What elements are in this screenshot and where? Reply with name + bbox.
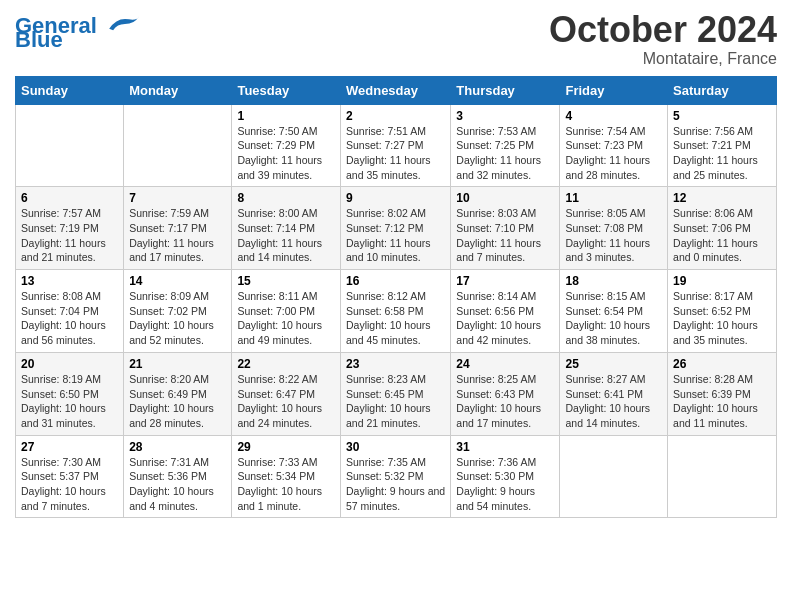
- logo-blue: Blue: [15, 29, 63, 51]
- header-sunday: Sunday: [16, 76, 124, 104]
- calendar-cell: 20 Sunrise: 8:19 AMSunset: 6:50 PMDaylig…: [16, 352, 124, 435]
- day-info: Sunrise: 8:11 AMSunset: 7:00 PMDaylight:…: [237, 290, 322, 346]
- calendar-cell: 15 Sunrise: 8:11 AMSunset: 7:00 PMDaylig…: [232, 270, 341, 353]
- calendar-cell: [560, 435, 668, 518]
- calendar-cell: 27 Sunrise: 7:30 AMSunset: 5:37 PMDaylig…: [16, 435, 124, 518]
- calendar-cell: 19 Sunrise: 8:17 AMSunset: 6:52 PMDaylig…: [668, 270, 777, 353]
- day-info: Sunrise: 7:51 AMSunset: 7:27 PMDaylight:…: [346, 125, 431, 181]
- day-number: 1: [237, 109, 335, 123]
- day-number: 31: [456, 440, 554, 454]
- header-wednesday: Wednesday: [340, 76, 450, 104]
- day-info: Sunrise: 7:53 AMSunset: 7:25 PMDaylight:…: [456, 125, 541, 181]
- day-info: Sunrise: 8:09 AMSunset: 7:02 PMDaylight:…: [129, 290, 214, 346]
- day-info: Sunrise: 8:22 AMSunset: 6:47 PMDaylight:…: [237, 373, 322, 429]
- calendar-cell: [124, 104, 232, 187]
- calendar-cell: 2 Sunrise: 7:51 AMSunset: 7:27 PMDayligh…: [340, 104, 450, 187]
- calendar-cell: 8 Sunrise: 8:00 AMSunset: 7:14 PMDayligh…: [232, 187, 341, 270]
- subtitle: Montataire, France: [549, 50, 777, 68]
- day-number: 27: [21, 440, 118, 454]
- calendar-cell: 11 Sunrise: 8:05 AMSunset: 7:08 PMDaylig…: [560, 187, 668, 270]
- week-row-3: 13 Sunrise: 8:08 AMSunset: 7:04 PMDaylig…: [16, 270, 777, 353]
- calendar-cell: 18 Sunrise: 8:15 AMSunset: 6:54 PMDaylig…: [560, 270, 668, 353]
- day-info: Sunrise: 7:30 AMSunset: 5:37 PMDaylight:…: [21, 456, 106, 512]
- day-number: 6: [21, 191, 118, 205]
- day-info: Sunrise: 7:59 AMSunset: 7:17 PMDaylight:…: [129, 207, 214, 263]
- day-number: 9: [346, 191, 445, 205]
- day-info: Sunrise: 7:31 AMSunset: 5:36 PMDaylight:…: [129, 456, 214, 512]
- day-info: Sunrise: 7:54 AMSunset: 7:23 PMDaylight:…: [565, 125, 650, 181]
- day-info: Sunrise: 8:05 AMSunset: 7:08 PMDaylight:…: [565, 207, 650, 263]
- day-number: 28: [129, 440, 226, 454]
- calendar-cell: 4 Sunrise: 7:54 AMSunset: 7:23 PMDayligh…: [560, 104, 668, 187]
- logo-bird-icon: [101, 13, 141, 35]
- week-row-2: 6 Sunrise: 7:57 AMSunset: 7:19 PMDayligh…: [16, 187, 777, 270]
- calendar-cell: 6 Sunrise: 7:57 AMSunset: 7:19 PMDayligh…: [16, 187, 124, 270]
- day-info: Sunrise: 8:14 AMSunset: 6:56 PMDaylight:…: [456, 290, 541, 346]
- week-row-5: 27 Sunrise: 7:30 AMSunset: 5:37 PMDaylig…: [16, 435, 777, 518]
- day-number: 20: [21, 357, 118, 371]
- day-info: Sunrise: 8:20 AMSunset: 6:49 PMDaylight:…: [129, 373, 214, 429]
- day-number: 4: [565, 109, 662, 123]
- day-number: 23: [346, 357, 445, 371]
- day-number: 24: [456, 357, 554, 371]
- calendar-cell: 7 Sunrise: 7:59 AMSunset: 7:17 PMDayligh…: [124, 187, 232, 270]
- day-number: 3: [456, 109, 554, 123]
- calendar-cell: [668, 435, 777, 518]
- day-info: Sunrise: 8:06 AMSunset: 7:06 PMDaylight:…: [673, 207, 758, 263]
- calendar-cell: 1 Sunrise: 7:50 AMSunset: 7:29 PMDayligh…: [232, 104, 341, 187]
- calendar-cell: 9 Sunrise: 8:02 AMSunset: 7:12 PMDayligh…: [340, 187, 450, 270]
- day-number: 18: [565, 274, 662, 288]
- day-info: Sunrise: 7:33 AMSunset: 5:34 PMDaylight:…: [237, 456, 322, 512]
- calendar-cell: 29 Sunrise: 7:33 AMSunset: 5:34 PMDaylig…: [232, 435, 341, 518]
- day-number: 21: [129, 357, 226, 371]
- calendar-cell: 22 Sunrise: 8:22 AMSunset: 6:47 PMDaylig…: [232, 352, 341, 435]
- day-info: Sunrise: 7:56 AMSunset: 7:21 PMDaylight:…: [673, 125, 758, 181]
- header-saturday: Saturday: [668, 76, 777, 104]
- page-header: General Blue October 2024 Montataire, Fr…: [15, 10, 777, 68]
- day-number: 10: [456, 191, 554, 205]
- week-row-4: 20 Sunrise: 8:19 AMSunset: 6:50 PMDaylig…: [16, 352, 777, 435]
- day-info: Sunrise: 8:25 AMSunset: 6:43 PMDaylight:…: [456, 373, 541, 429]
- day-number: 11: [565, 191, 662, 205]
- title-area: October 2024 Montataire, France: [549, 10, 777, 68]
- day-info: Sunrise: 8:00 AMSunset: 7:14 PMDaylight:…: [237, 207, 322, 263]
- calendar-cell: 21 Sunrise: 8:20 AMSunset: 6:49 PMDaylig…: [124, 352, 232, 435]
- day-number: 12: [673, 191, 771, 205]
- day-number: 5: [673, 109, 771, 123]
- logo: General Blue: [15, 10, 141, 51]
- calendar-cell: 16 Sunrise: 8:12 AMSunset: 6:58 PMDaylig…: [340, 270, 450, 353]
- day-info: Sunrise: 8:15 AMSunset: 6:54 PMDaylight:…: [565, 290, 650, 346]
- day-info: Sunrise: 8:03 AMSunset: 7:10 PMDaylight:…: [456, 207, 541, 263]
- calendar-cell: 13 Sunrise: 8:08 AMSunset: 7:04 PMDaylig…: [16, 270, 124, 353]
- calendar-cell: 25 Sunrise: 8:27 AMSunset: 6:41 PMDaylig…: [560, 352, 668, 435]
- header-thursday: Thursday: [451, 76, 560, 104]
- day-info: Sunrise: 8:27 AMSunset: 6:41 PMDaylight:…: [565, 373, 650, 429]
- calendar-header-row: Sunday Monday Tuesday Wednesday Thursday…: [16, 76, 777, 104]
- week-row-1: 1 Sunrise: 7:50 AMSunset: 7:29 PMDayligh…: [16, 104, 777, 187]
- calendar-cell: 23 Sunrise: 8:23 AMSunset: 6:45 PMDaylig…: [340, 352, 450, 435]
- header-monday: Monday: [124, 76, 232, 104]
- day-info: Sunrise: 7:36 AMSunset: 5:30 PMDaylight:…: [456, 456, 536, 512]
- day-number: 8: [237, 191, 335, 205]
- calendar-cell: 10 Sunrise: 8:03 AMSunset: 7:10 PMDaylig…: [451, 187, 560, 270]
- day-number: 26: [673, 357, 771, 371]
- day-info: Sunrise: 8:02 AMSunset: 7:12 PMDaylight:…: [346, 207, 431, 263]
- day-number: 17: [456, 274, 554, 288]
- day-number: 30: [346, 440, 445, 454]
- calendar-cell: 30 Sunrise: 7:35 AMSunset: 5:32 PMDaylig…: [340, 435, 450, 518]
- calendar-cell: 5 Sunrise: 7:56 AMSunset: 7:21 PMDayligh…: [668, 104, 777, 187]
- day-info: Sunrise: 8:19 AMSunset: 6:50 PMDaylight:…: [21, 373, 106, 429]
- day-number: 22: [237, 357, 335, 371]
- calendar-cell: 28 Sunrise: 7:31 AMSunset: 5:36 PMDaylig…: [124, 435, 232, 518]
- calendar-cell: 14 Sunrise: 8:09 AMSunset: 7:02 PMDaylig…: [124, 270, 232, 353]
- calendar-cell: 12 Sunrise: 8:06 AMSunset: 7:06 PMDaylig…: [668, 187, 777, 270]
- header-tuesday: Tuesday: [232, 76, 341, 104]
- day-info: Sunrise: 8:23 AMSunset: 6:45 PMDaylight:…: [346, 373, 431, 429]
- day-info: Sunrise: 7:57 AMSunset: 7:19 PMDaylight:…: [21, 207, 106, 263]
- header-friday: Friday: [560, 76, 668, 104]
- day-info: Sunrise: 8:12 AMSunset: 6:58 PMDaylight:…: [346, 290, 431, 346]
- day-number: 25: [565, 357, 662, 371]
- day-info: Sunrise: 7:50 AMSunset: 7:29 PMDaylight:…: [237, 125, 322, 181]
- calendar-cell: 24 Sunrise: 8:25 AMSunset: 6:43 PMDaylig…: [451, 352, 560, 435]
- day-number: 19: [673, 274, 771, 288]
